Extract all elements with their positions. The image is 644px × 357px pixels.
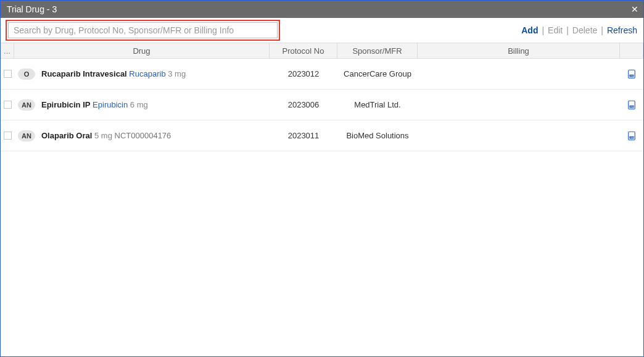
row-checkbox[interactable] — [4, 101, 12, 109]
drug-cell: Olaparib Oral 5 mg NCT000004176 — [41, 131, 171, 140]
refresh-button[interactable]: Refresh — [606, 25, 638, 35]
column-headers: ... Drug Protocol No Sponsor/MFR Billing — [1, 43, 643, 59]
table-row[interactable]: ANOlaparib Oral 5 mg NCT0000041762023011… — [1, 120, 643, 151]
title-bar: Trial Drug - 3 ✕ — [1, 1, 643, 18]
search-highlight-box — [6, 20, 280, 41]
delete-button[interactable]: Delete — [571, 25, 598, 35]
drug-name: Olaparib Oral — [41, 131, 92, 140]
drug-link[interactable]: Rucaparib — [129, 69, 165, 78]
sponsor: CancerCare Group — [337, 69, 418, 78]
drug-link[interactable]: Epirubicin — [93, 100, 128, 109]
log-icon[interactable]: LOG — [626, 69, 637, 80]
separator: | — [542, 25, 544, 35]
row-checkbox[interactable] — [4, 70, 12, 78]
svg-text:LOG: LOG — [629, 106, 634, 108]
separator: | — [566, 25, 569, 35]
svg-text:LOG: LOG — [629, 75, 634, 77]
close-icon[interactable]: ✕ — [631, 4, 638, 14]
drug-dose: 5 mg — [94, 131, 112, 140]
table-row[interactable]: ORucaparib Intravesical Rucaparib 3 mg20… — [1, 59, 643, 90]
status-badge: AN — [18, 99, 35, 111]
header-billing[interactable]: Billing — [418, 43, 620, 58]
header-log — [620, 43, 643, 58]
table-body: ORucaparib Intravesical Rucaparib 3 mg20… — [1, 59, 643, 151]
protocol-no: 2023006 — [270, 100, 337, 109]
toolbar-actions: Add | Edit | Delete | Refresh — [520, 25, 638, 35]
window-title: Trial Drug - 3 — [7, 4, 57, 14]
protocol-no: 2023011 — [270, 131, 337, 140]
add-button[interactable]: Add — [520, 25, 539, 35]
log-icon[interactable]: LOG — [626, 99, 637, 111]
drug-name: Epirubicin IP — [41, 100, 90, 109]
drug-nct: NCT000004176 — [115, 131, 171, 140]
drug-dose: 6 mg — [130, 100, 148, 109]
row-checkbox[interactable] — [4, 132, 12, 140]
table-row[interactable]: ANEpirubicin IP Epirubicin 6 mg2023006Me… — [1, 90, 643, 120]
edit-button[interactable]: Edit — [547, 25, 564, 35]
drug-cell: Epirubicin IP Epirubicin 6 mg — [41, 100, 148, 109]
sponsor: MedTrial Ltd. — [337, 100, 418, 109]
drug-name: Rucaparib Intravesical — [41, 69, 127, 78]
header-drug[interactable]: Drug — [14, 43, 270, 58]
svg-text:LOG: LOG — [629, 136, 634, 139]
sponsor: BioMed Solutions — [337, 131, 418, 140]
drug-dose: 3 mg — [168, 69, 186, 78]
header-sponsor[interactable]: Sponsor/MFR — [337, 43, 418, 58]
status-badge: O — [18, 69, 35, 80]
status-badge: AN — [18, 130, 35, 141]
toolbar: Add | Edit | Delete | Refresh — [1, 18, 643, 43]
log-icon[interactable]: LOG — [626, 130, 637, 141]
header-menu[interactable]: ... — [1, 43, 14, 58]
separator: | — [601, 25, 603, 35]
search-input[interactable] — [8, 22, 278, 38]
protocol-no: 2023012 — [270, 69, 337, 78]
drug-cell: Rucaparib Intravesical Rucaparib 3 mg — [41, 69, 186, 78]
header-protocol-no[interactable]: Protocol No — [270, 43, 337, 58]
